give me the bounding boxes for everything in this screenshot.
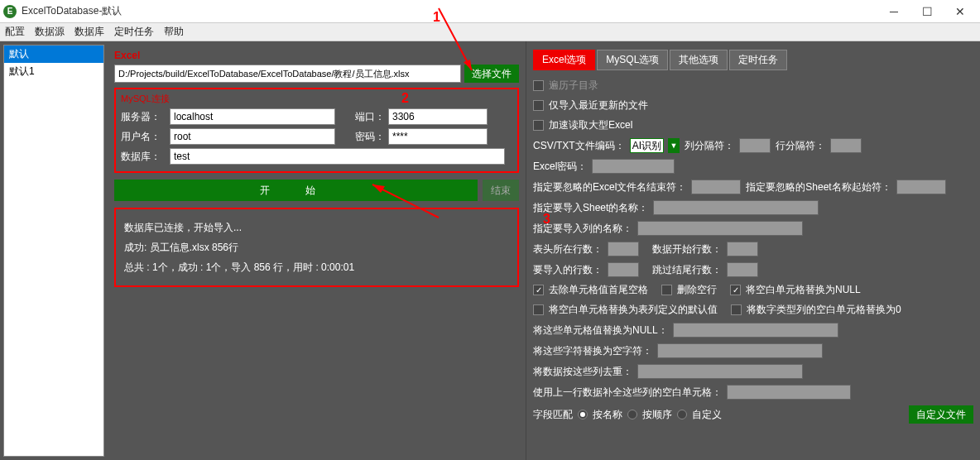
fill-prev-input[interactable] [727, 385, 851, 400]
log-line: 数据库已连接，开始导入... [124, 218, 509, 237]
label-fill-prev: 使用上一行数据补全这些列的空白单元格： [533, 386, 722, 400]
import-col-input[interactable] [637, 221, 803, 236]
tab-mysql-options[interactable]: MySQL选项 [597, 50, 668, 70]
log-line: 成功: 员工信息.xlsx 856行 [124, 237, 509, 257]
annotation-1: 1 [433, 10, 440, 25]
mysql-title: MySQL连接 [121, 93, 512, 105]
label-cell-null: 将这些单元格值替换为NULL： [533, 323, 668, 338]
chk-only-recent[interactable] [533, 100, 544, 111]
db-label: 数据库： [121, 150, 166, 164]
tab-other-options[interactable]: 其他选项 [670, 50, 728, 70]
ignore-excel-end-input[interactable] [691, 180, 741, 194]
cell-null-input[interactable] [673, 323, 838, 338]
label-ignore-excel-end: 指定要忽略的Excel文件名结束符： [533, 180, 686, 194]
chk-blank-null[interactable] [730, 285, 741, 295]
menu-config[interactable]: 配置 [5, 25, 25, 39]
dedup-input[interactable] [637, 364, 803, 379]
sidebar-item-default1[interactable]: 默认1 [4, 63, 103, 80]
label-fast-large: 加速读取大型Excel [549, 118, 632, 132]
label-del-blank: 删除空行 [677, 283, 717, 297]
label-excel-pwd: Excel密码： [533, 160, 587, 174]
label-field-match: 字段匹配 [533, 408, 573, 422]
import-sheet-input[interactable] [653, 200, 819, 215]
window-title: ExcelToDatabase-默认 [22, 4, 877, 18]
label-by-name: 按名称 [593, 408, 622, 422]
server-label: 服务器： [121, 110, 166, 124]
menubar: 配置 数据源 数据库 定时任务 帮助 [0, 23, 980, 41]
radio-custom[interactable] [677, 410, 687, 419]
pass-input[interactable] [388, 128, 488, 145]
app-icon: E [3, 5, 17, 18]
db-input[interactable] [170, 148, 505, 165]
tab-excel-options[interactable]: Excel选项 [533, 50, 595, 70]
user-label: 用户名： [121, 130, 166, 144]
label-col-sep: 列分隔符： [685, 139, 734, 153]
server-input[interactable] [170, 108, 335, 125]
chk-fast-large[interactable] [533, 120, 544, 131]
label-row-sep: 行分隔符： [776, 139, 825, 153]
file-path-input[interactable] [114, 65, 461, 83]
chevron-down-icon[interactable]: ▼ [668, 138, 680, 153]
minimize-button[interactable]: ─ [877, 0, 910, 23]
sidebar-item-default[interactable]: 默认 [4, 46, 103, 63]
label-trim: 去除单元格值首尾空格 [549, 283, 648, 297]
label-csv-enc: CSV/TXT文件编码： [533, 139, 625, 153]
menu-help[interactable]: 帮助 [164, 25, 184, 39]
end-button[interactable]: 结束 [483, 180, 519, 201]
label-recurse: 遍历子目录 [549, 79, 598, 93]
menu-schedule[interactable]: 定时任务 [114, 25, 154, 39]
label-char-blank: 将这些字符替换为空字符： [533, 344, 652, 358]
label-num-zero: 将数字类型列的空白单元格替换为0 [747, 303, 901, 317]
user-input[interactable] [170, 128, 335, 145]
label-dedup: 将数据按这些列去重： [533, 365, 632, 379]
tab-schedule[interactable]: 定时任务 [729, 50, 787, 70]
radio-by-order[interactable] [627, 410, 637, 419]
label-blank-default: 将空白单元格替换为表列定义的默认值 [549, 303, 718, 317]
label-data-start: 数据开始行数： [652, 242, 722, 256]
log-line: 总共 : 1个，成功 : 1个，导入 856 行，用时 : 0:00:01 [124, 257, 509, 277]
radio-by-name[interactable] [578, 410, 588, 419]
header-row-input[interactable] [608, 242, 639, 256]
menu-database[interactable]: 数据库 [74, 25, 104, 39]
chk-trim[interactable] [533, 285, 544, 295]
label-by-order: 按顺序 [642, 408, 672, 422]
chk-blank-default[interactable] [533, 304, 544, 315]
excel-section-label: Excel [114, 50, 519, 61]
skip-tail-input[interactable] [727, 262, 758, 277]
label-blank-null: 将空白单元格替换为NULL [746, 283, 861, 297]
label-ignore-sheet-start: 指定要忽略的Sheet名称起始符： [746, 180, 891, 194]
start-button[interactable]: 开 始 [114, 180, 478, 201]
annotation-2: 2 [401, 91, 409, 106]
pass-label: 密码： [355, 130, 385, 144]
csv-encoding-select[interactable]: AI识别 [630, 138, 664, 153]
import-rows-input[interactable] [608, 262, 639, 277]
chk-recurse[interactable] [533, 80, 544, 91]
mysql-connection-box: MySQL连接 2 服务器： 端口： 用户名： 密码： 数据库： [114, 88, 519, 173]
label-custom: 自定义 [692, 408, 722, 422]
annotation-3: 3 [543, 206, 550, 232]
ignore-sheet-start-input[interactable] [896, 180, 946, 194]
port-label: 端口： [355, 110, 385, 124]
chk-num-zero[interactable] [731, 304, 742, 315]
choose-file-button[interactable]: 选择文件 [464, 65, 519, 83]
char-blank-input[interactable] [657, 343, 823, 358]
custom-file-button[interactable]: 自定义文件 [909, 405, 973, 424]
port-input[interactable] [388, 108, 488, 125]
menu-datasource[interactable]: 数据源 [35, 25, 65, 39]
col-sep-input[interactable] [739, 138, 771, 153]
row-sep-input[interactable] [830, 138, 862, 153]
data-start-input[interactable] [727, 242, 758, 256]
excel-pwd-input[interactable] [592, 159, 675, 174]
sidebar: 默认 默认1 [0, 41, 108, 460]
close-button[interactable]: ✕ [944, 0, 977, 23]
label-header-row: 表头所在行数： [533, 242, 603, 256]
label-skip-tail: 跳过结尾行数： [652, 263, 722, 277]
label-import-rows: 要导入的行数： [533, 263, 603, 277]
maximize-button[interactable]: ☐ [910, 0, 944, 23]
chk-del-blank[interactable] [661, 285, 672, 295]
label-only-recent: 仅导入最近更新的文件 [549, 98, 648, 113]
log-output: 3 数据库已连接，开始导入... 成功: 员工信息.xlsx 856行 总共 :… [114, 208, 519, 287]
